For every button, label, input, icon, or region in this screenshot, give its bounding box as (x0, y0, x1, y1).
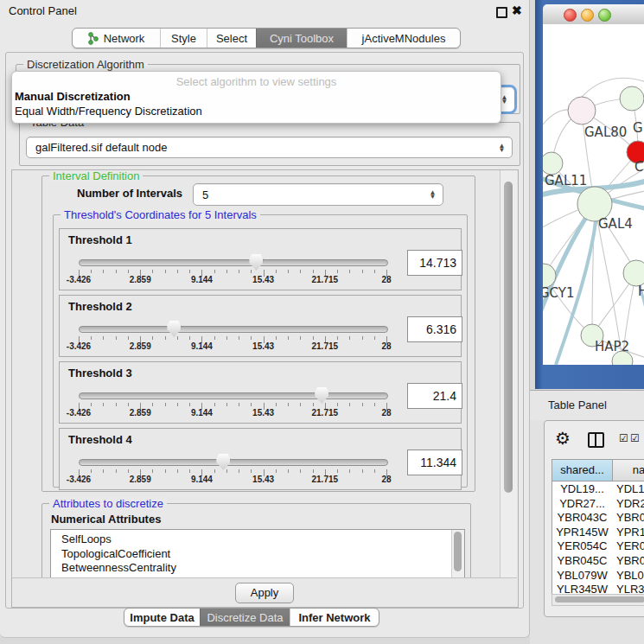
table-cell[interactable]: YBL079W (552, 568, 612, 583)
table-row[interactable]: YBR045CYBR0 (552, 553, 644, 568)
slider-tick (276, 336, 277, 340)
threshold-panel-4: Threshold 4-3.4262.8599.14415.4321.71528… (59, 428, 462, 490)
table-cell[interactable]: YBR043C (552, 510, 612, 525)
table-cell[interactable]: YDR2 (616, 496, 644, 511)
table-cell[interactable]: YBR045C (552, 553, 612, 568)
network-canvas[interactable]: GAL80GCGAL11GAL4GCY1HHAP2 (543, 24, 644, 365)
network-node-gal11[interactable] (543, 152, 563, 175)
table-horizontal-scrollbar[interactable] (552, 594, 644, 606)
table-cell[interactable]: YBR0 (616, 553, 644, 568)
table-cell[interactable]: YPR1 (616, 525, 644, 539)
stepper-icon: ▲▼ (429, 190, 437, 199)
algorithm-option-equal-width[interactable]: Equal Width/Frequency Discretization (15, 105, 202, 118)
threshold-slider-track[interactable] (79, 459, 388, 466)
checkbox-icon[interactable]: ☑ (619, 432, 628, 444)
threshold-slider-thumb[interactable] (216, 454, 230, 470)
threshold-slider-thumb[interactable] (315, 387, 328, 404)
slider-tick-label: 15.43 (252, 475, 274, 484)
slider-tick (91, 469, 92, 473)
split-columns-icon[interactable] (588, 432, 604, 448)
threshold-panel-1: Threshold 1-3.4262.8599.14415.4321.71528… (59, 228, 462, 290)
column-header-shared-name[interactable]: shared... (552, 460, 613, 481)
minimize-traffic-light[interactable] (581, 9, 594, 22)
bottom-tab-bar: Impute Data Discretize Data Infer Networ… (124, 608, 379, 627)
threshold-value-field[interactable]: 11.344 (407, 450, 462, 475)
table-data-select[interactable]: galFiltered.sif default node ▲▼ (26, 137, 513, 158)
network-node-label: GAL11 (545, 173, 587, 188)
threshold-value-field[interactable]: 21.4 (407, 383, 462, 409)
scrollbar-thumb[interactable] (504, 182, 513, 493)
slider-tick (165, 403, 166, 406)
column-header-name[interactable]: na (613, 460, 644, 481)
attribute-list-item[interactable]: TopologicalCoefficient (51, 547, 464, 562)
table-row[interactable]: YPR145WYPR1 (552, 525, 644, 539)
network-node-gal80[interactable] (568, 97, 596, 124)
table-cell[interactable]: YDR27... (552, 496, 612, 511)
table-cell[interactable]: YBR0 (616, 510, 644, 525)
tab-infer-network[interactable]: Infer Network (290, 609, 379, 626)
slider-tick (103, 270, 104, 273)
slider-tick (313, 336, 314, 340)
checkbox-icon[interactable]: ☑ (630, 432, 640, 444)
tab-style[interactable]: Style (160, 29, 207, 48)
node-attribute-table[interactable]: shared... na YDL19...YDL1YDR27...YDR2YBR… (552, 459, 644, 603)
tab-network[interactable]: Network (73, 29, 160, 48)
slider-tick-label: 9.144 (191, 408, 213, 418)
network-node-h[interactable] (623, 260, 644, 286)
close-traffic-light[interactable] (564, 9, 577, 22)
table-row[interactable]: YBL079WYBL0 (552, 568, 644, 583)
threshold-value-field[interactable]: 14.713 (407, 250, 462, 276)
slider-tick (177, 469, 178, 473)
scrollbar-thumb[interactable] (454, 532, 462, 571)
algorithm-dropdown-popup: Select algorithm to view settings Manual… (11, 71, 501, 124)
table-row[interactable]: YBR043CYBR0 (552, 510, 644, 525)
number-of-intervals-select[interactable]: 5 ▲▼ (193, 183, 443, 206)
slider-tick-label: -3.426 (67, 275, 91, 284)
slider-tick (177, 336, 178, 340)
threshold-slider-track[interactable] (79, 392, 388, 399)
slider-tick-label: 21.715 (312, 408, 339, 418)
slider-tick (374, 336, 375, 340)
slider-tick (362, 270, 363, 273)
slider-tick-label: 21.715 (312, 475, 339, 484)
settings-scrollbar[interactable] (500, 170, 517, 577)
slider-tick (300, 403, 301, 406)
slider-tick (214, 469, 215, 473)
table-cell[interactable]: YBL0 (616, 568, 644, 583)
close-icon[interactable]: ✖ (512, 3, 522, 17)
tab-jactivemnodules[interactable]: jActiveMNodules (347, 29, 460, 48)
table-cell[interactable]: YDL1 (616, 481, 644, 496)
threshold-slider-thumb[interactable] (249, 254, 263, 271)
slider-tick (239, 403, 239, 406)
slider-tick (276, 270, 277, 273)
tab-impute-data[interactable]: Impute Data (124, 609, 200, 626)
attributes-scrollbar[interactable] (451, 530, 464, 577)
table-row[interactable]: YDR27...YDR2 (552, 496, 644, 511)
tab-select[interactable]: Select (207, 29, 256, 48)
table-cell[interactable]: YPR145W (552, 525, 612, 539)
network-node-g[interactable] (620, 86, 644, 111)
threshold-slider-thumb[interactable] (167, 321, 181, 337)
table-row[interactable]: YER054CYER0 (552, 539, 644, 553)
table-cell[interactable]: YER0 (616, 539, 644, 553)
zoom-traffic-light[interactable] (598, 9, 611, 22)
attribute-list-item[interactable]: BetweennessCentrality (51, 561, 464, 576)
table-cell[interactable]: YDL19... (552, 481, 612, 496)
apply-button[interactable]: Apply (235, 583, 294, 603)
tab-discretize-data[interactable]: Discretize Data (200, 609, 290, 626)
algorithm-option-manual[interactable]: Manual Discretization (15, 90, 131, 103)
threshold-slider-track[interactable] (79, 326, 388, 333)
network-window-titlebar[interactable] (543, 4, 644, 25)
threshold-slider-track[interactable] (79, 259, 388, 266)
threshold-value-field[interactable]: 6.316 (407, 316, 462, 342)
network-node-label: GAL4 (598, 216, 633, 232)
table-cell[interactable]: YER054C (552, 539, 612, 553)
numerical-attributes-list[interactable]: SelfLoopsTopologicalCoefficientBetweenne… (50, 529, 465, 577)
table-row[interactable]: YDL19...YDL1 (552, 481, 644, 496)
slider-tick (116, 270, 117, 273)
tab-cyni-toolbox[interactable]: Cyni Toolbox (256, 29, 347, 48)
scrollbar-thumb[interactable] (555, 596, 644, 603)
float-window-icon[interactable] (496, 7, 507, 18)
attribute-list-item[interactable]: SelfLoops (51, 532, 464, 547)
gear-icon[interactable]: ⚙ (555, 428, 571, 449)
